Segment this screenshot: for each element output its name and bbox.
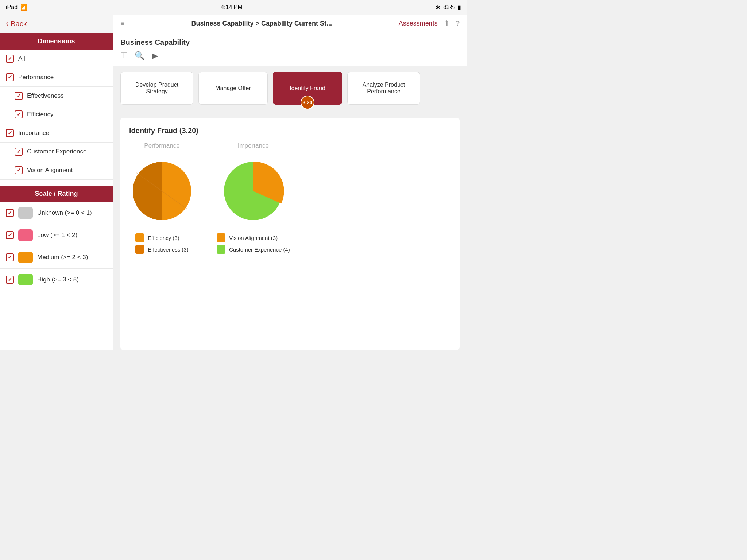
effectiveness-swatch: [135, 245, 144, 254]
bc-header: Business Capability ⊤ 🔍 ▶: [113, 32, 467, 66]
back-chevron-icon: ‹: [6, 19, 8, 28]
importance-pie: [220, 158, 286, 224]
effectiveness-label: Effectiveness: [27, 92, 64, 100]
performance-chart-label: Performance: [144, 142, 179, 149]
charts-row: Performance: [129, 142, 451, 254]
chart-section: Identify Fraud (3.20) Performance: [120, 118, 460, 350]
efficiency-legend-label: Efficiency (3): [148, 235, 179, 241]
high-label: High (>= 3 < 5): [37, 276, 79, 283]
performance-label: Performance: [18, 74, 54, 81]
menu-icon[interactable]: ≡: [120, 19, 125, 28]
assessments-button[interactable]: Assessments: [399, 20, 438, 27]
bc-toolbar: ⊤ 🔍 ▶: [120, 51, 460, 66]
play-icon[interactable]: ▶: [152, 51, 158, 61]
legend-vision-alignment: Vision Alignment (3): [217, 233, 290, 242]
filter-icon[interactable]: ⊤: [120, 51, 127, 61]
high-checkbox[interactable]: [6, 276, 14, 284]
dimensions-header: Dimensions: [0, 33, 113, 50]
efficiency-checkbox[interactable]: [15, 110, 23, 118]
performance-checkbox[interactable]: [6, 73, 14, 81]
vision-alignment-checkbox[interactable]: [15, 166, 23, 174]
time-display: 4:14 PM: [221, 4, 243, 11]
efficiency-label: Efficiency: [27, 111, 53, 118]
sidebar-item-importance[interactable]: Importance: [0, 124, 113, 143]
card-label: Manage Offer: [215, 85, 251, 92]
share-icon[interactable]: ⬆: [444, 19, 450, 28]
status-left: iPad 📶: [6, 4, 28, 11]
unknown-swatch: [18, 207, 33, 219]
nav-actions: Assessments ⬆ ?: [399, 19, 460, 28]
card-label: Identify Fraud: [290, 85, 325, 92]
effectiveness-checkbox[interactable]: [15, 92, 23, 100]
low-label: Low (>= 1 < 2): [37, 232, 77, 239]
bluetooth-icon: ✱: [436, 4, 440, 11]
bc-page-title: Business Capability: [120, 38, 460, 47]
help-icon[interactable]: ?: [456, 19, 460, 28]
vision-alignment-label: Vision Alignment: [27, 167, 73, 174]
efficiency-swatch: [135, 233, 144, 242]
high-swatch: [18, 274, 33, 285]
battery-icon: ▮: [458, 4, 461, 11]
customer-experience-label: Customer Experience: [27, 148, 86, 155]
cards-container: Develop Product Strategy Manage Offer Id…: [113, 66, 467, 110]
low-checkbox[interactable]: [6, 231, 14, 239]
importance-label: Importance: [18, 129, 49, 137]
performance-pie: [129, 158, 195, 224]
card-manage-offer[interactable]: Manage Offer: [198, 72, 268, 105]
battery-label: 82%: [443, 4, 455, 11]
legend-customer-experience: Customer Experience (4): [217, 245, 290, 254]
sidebar-item-customer-experience[interactable]: Customer Experience: [0, 143, 113, 161]
low-swatch: [18, 229, 33, 241]
effectiveness-legend-label: Effectiveness (3): [148, 246, 188, 253]
sidebar-item-performance[interactable]: Performance: [0, 68, 113, 87]
status-right: ✱ 82% ▮: [436, 4, 461, 11]
top-nav: ≡ Business Capability > Capability Curre…: [113, 15, 467, 32]
device-label: iPad: [6, 4, 18, 11]
customer-experience-legend-label: Customer Experience (4): [229, 246, 290, 253]
importance-chart-group: Importance Vision Alignm: [217, 142, 290, 254]
wifi-icon: 📶: [20, 4, 28, 11]
sidebar: ‹ Back Dimensions All Performance Effect…: [0, 15, 113, 350]
vision-alignment-legend-label: Vision Alignment (3): [229, 235, 278, 241]
content-area: ≡ Business Capability > Capability Curre…: [113, 15, 467, 350]
medium-checkbox[interactable]: [6, 253, 14, 261]
sidebar-item-all[interactable]: All: [0, 50, 113, 68]
all-checkbox[interactable]: [6, 55, 14, 63]
card-develop-product-strategy[interactable]: Develop Product Strategy: [120, 72, 193, 105]
back-button[interactable]: ‹ Back: [0, 15, 113, 33]
sidebar-scale-medium[interactable]: Medium (>= 2 < 3): [0, 246, 113, 269]
performance-legend: Efficiency (3) Effectiveness (3): [135, 233, 188, 254]
search-icon[interactable]: 🔍: [135, 51, 144, 61]
back-label: Back: [11, 20, 27, 28]
sidebar-scale-low[interactable]: Low (>= 1 < 2): [0, 224, 113, 246]
importance-chart-label: Importance: [238, 142, 269, 149]
unknown-label: Unknown (>= 0 < 1): [37, 209, 92, 217]
card-label: Develop Product Strategy: [127, 82, 187, 95]
all-label: All: [18, 55, 25, 62]
unknown-checkbox[interactable]: [6, 209, 14, 217]
status-bar: iPad 📶 4:14 PM ✱ 82% ▮: [0, 0, 467, 15]
sidebar-item-effectiveness[interactable]: Effectiveness: [0, 87, 113, 105]
chart-section-title: Identify Fraud (3.20): [129, 127, 451, 135]
legend-efficiency: Efficiency (3): [135, 233, 188, 242]
medium-swatch: [18, 252, 33, 263]
sidebar-scale-high[interactable]: High (>= 3 < 5): [0, 269, 113, 291]
importance-legend: Vision Alignment (3) Customer Experience…: [217, 233, 290, 254]
nav-title: Business Capability > Capability Current…: [131, 20, 393, 27]
customer-experience-swatch: [217, 245, 225, 254]
card-identify-fraud[interactable]: Identify Fraud 3.20: [273, 72, 342, 105]
score-badge: 3.20: [301, 96, 314, 109]
card-label: Analyze Product Performance: [353, 82, 414, 95]
sidebar-item-efficiency[interactable]: Efficiency: [0, 105, 113, 124]
vision-alignment-swatch: [217, 233, 225, 242]
importance-checkbox[interactable]: [6, 129, 14, 137]
legend-effectiveness: Effectiveness (3): [135, 245, 188, 254]
customer-experience-checkbox[interactable]: [15, 148, 23, 156]
scale-rating-header: Scale / Rating: [0, 186, 113, 202]
sidebar-item-vision-alignment[interactable]: Vision Alignment: [0, 161, 113, 180]
sidebar-scale-unknown[interactable]: Unknown (>= 0 < 1): [0, 202, 113, 224]
main-layout: ‹ Back Dimensions All Performance Effect…: [0, 15, 467, 350]
performance-chart-group: Performance: [129, 142, 195, 254]
card-analyze-product-performance[interactable]: Analyze Product Performance: [347, 72, 420, 105]
medium-label: Medium (>= 2 < 3): [37, 254, 88, 261]
